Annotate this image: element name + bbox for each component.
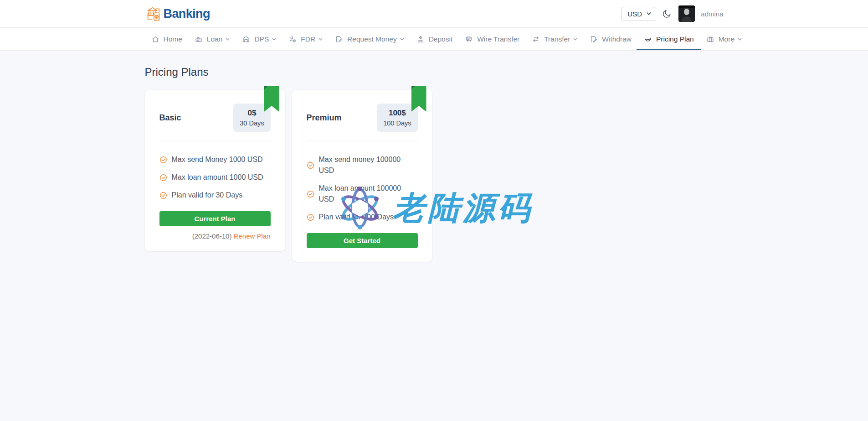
brand-logo[interactable]: Banking xyxy=(145,5,210,22)
divider xyxy=(159,140,271,140)
ribbon-bookmark-icon xyxy=(264,86,279,112)
renew-row: (2022-06-10) Renew Plan xyxy=(159,232,271,251)
arrows-transfer-icon xyxy=(532,35,540,43)
nav-item-deposit[interactable]: Deposit xyxy=(416,28,453,50)
pricing-card-premium: Premium 100$ 100 Days Max send money 100… xyxy=(292,90,432,262)
nav-item-fdr[interactable]: FDR xyxy=(288,28,323,50)
user-coin-icon xyxy=(288,35,297,43)
nav-item-more[interactable]: More xyxy=(706,28,742,50)
username[interactable]: admina xyxy=(701,10,723,18)
feature-item: Max send Money 1000 USD xyxy=(159,154,271,165)
ribbon-bookmark-icon xyxy=(411,86,426,112)
check-circle-icon xyxy=(307,161,314,169)
currency-select[interactable]: USD xyxy=(621,7,655,21)
top-header: Banking USD xyxy=(0,0,868,28)
nav-item-wire-transfer[interactable]: Wire Transfer xyxy=(465,28,519,50)
hand-swoosh-icon xyxy=(644,35,652,43)
plan-period: 30 Days xyxy=(240,120,264,127)
chevron-down-icon xyxy=(738,38,742,41)
check-circle-icon xyxy=(307,213,314,221)
file-pen-icon xyxy=(590,35,598,43)
plan-period: 100 Days xyxy=(383,120,411,127)
nav-item-home[interactable]: Home xyxy=(151,28,182,50)
check-circle-icon xyxy=(159,174,167,182)
chevron-down-icon xyxy=(573,38,577,41)
vault-icon xyxy=(242,35,250,43)
avatar[interactable] xyxy=(678,5,695,22)
nav-item-withdraw[interactable]: Withdraw xyxy=(590,28,632,50)
plan-price: 100$ xyxy=(383,109,411,118)
dark-mode-toggle[interactable] xyxy=(661,8,673,20)
feature-list: Max send Money 1000 USD Max loan amount … xyxy=(159,154,271,201)
chevron-down-icon xyxy=(226,38,230,41)
moon-icon xyxy=(662,9,672,19)
nav-item-loan[interactable]: Loan xyxy=(195,28,230,50)
plan-price: 0$ xyxy=(240,109,264,118)
nav-item-transfer[interactable]: Transfer xyxy=(532,28,577,50)
check-circle-icon xyxy=(307,190,314,198)
chevron-down-icon xyxy=(272,38,276,41)
get-started-button[interactable]: Get Started xyxy=(307,233,418,248)
current-plan-button[interactable]: Current Plan xyxy=(159,211,271,226)
pricing-card-basic: Basic 0$ 30 Days Max send Money 1000 USD… xyxy=(145,90,285,251)
nav-item-dps[interactable]: DPS xyxy=(242,28,276,50)
plan-name: Basic xyxy=(159,113,181,123)
hand-coin-icon xyxy=(416,35,425,43)
check-circle-icon xyxy=(159,192,167,199)
divider xyxy=(307,140,418,140)
bank-logo-icon xyxy=(145,5,162,22)
renew-plan-link[interactable]: Renew Plan xyxy=(234,232,271,240)
chevron-down-icon xyxy=(318,38,323,41)
briefcase-icon xyxy=(706,35,714,43)
chevron-down-icon xyxy=(400,38,404,41)
check-circle-icon xyxy=(159,156,167,164)
home-icon xyxy=(151,35,159,43)
feature-item: Plan valid for 100 Days xyxy=(307,212,418,223)
feature-item: Max loan amount 100000 USD xyxy=(307,183,418,205)
cash-register-icon xyxy=(195,35,203,43)
machine-icon xyxy=(465,35,473,43)
feature-list: Max send money 100000 USD Max loan amoun… xyxy=(307,154,418,223)
nav-item-pricing-plan[interactable]: Pricing Plan xyxy=(644,28,694,50)
brand-name: Banking xyxy=(164,7,210,21)
renew-date: (2022-06-10) xyxy=(192,232,232,240)
file-pen-icon xyxy=(335,35,343,43)
pricing-cards: Basic 0$ 30 Days Max send Money 1000 USD… xyxy=(145,90,724,262)
currency-select-wrap: USD xyxy=(621,7,655,21)
plan-name: Premium xyxy=(307,113,342,123)
feature-item: Plan valid for 30 Days xyxy=(159,190,271,201)
page-title: Pricing Plans xyxy=(145,66,724,78)
feature-item: Max loan amount 1000 USD xyxy=(159,172,271,183)
main-nav: Home Loan DPS FDR R xyxy=(0,28,868,51)
feature-item: Max send money 100000 USD xyxy=(307,154,418,176)
nav-item-request-money[interactable]: Request Money xyxy=(335,28,404,50)
